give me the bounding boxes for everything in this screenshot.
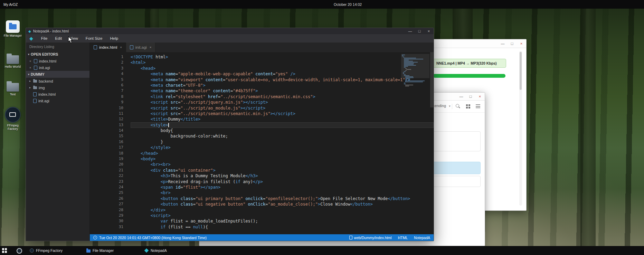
notepada-window[interactable]: ◆ NotepadA - index.html — □ × ◆ FileEdit… bbox=[26, 28, 434, 241]
line-number: 31 bbox=[90, 224, 123, 230]
code-line[interactable]: } bbox=[131, 139, 434, 145]
tree-item-backend[interactable]: ▸backend bbox=[26, 78, 89, 84]
folder-icon bbox=[3, 83, 23, 92]
code-line[interactable]: <script src="../script/ao_module.js"></s… bbox=[131, 105, 434, 111]
maximize-icon[interactable]: □ bbox=[417, 29, 422, 33]
minimap-line bbox=[402, 55, 405, 55]
line-number: 9 bbox=[90, 100, 123, 105]
minimize-icon[interactable]: — bbox=[408, 29, 412, 33]
tree-item-init-agi[interactable]: init.agi bbox=[26, 97, 89, 104]
scrollbar[interactable] bbox=[519, 51, 522, 206]
code-line[interactable]: <h3>This is a Dummy Testing Module</h3> bbox=[131, 173, 434, 179]
close-icon[interactable]: × bbox=[427, 29, 431, 33]
minimize-icon[interactable]: — bbox=[501, 42, 505, 46]
code-line[interactable]: <br><br> bbox=[131, 162, 434, 167]
tree-section-dummy[interactable]: ▾DUMMY bbox=[26, 71, 89, 78]
notepada-logo-icon: ◆ bbox=[28, 29, 31, 33]
tree-section-open-editors[interactable]: ▾OPEN EDITORS bbox=[26, 51, 89, 58]
maximize-icon[interactable]: □ bbox=[510, 42, 514, 46]
code-line[interactable]: <link rel="stylesheet" href="../script/s… bbox=[131, 94, 434, 100]
line-number: 2 bbox=[90, 60, 123, 65]
taskbar-item-notepada[interactable]: NotepadA bbox=[144, 246, 167, 255]
grid-view-icon[interactable] bbox=[466, 104, 470, 108]
editor-scrollbar[interactable] bbox=[430, 52, 434, 234]
close-editor-icon[interactable]: × bbox=[29, 59, 34, 63]
search-icon[interactable] bbox=[456, 104, 461, 109]
menu-edit[interactable]: Edit bbox=[51, 36, 66, 40]
code-line[interactable]: var flist = ao_module_loadInputFiles(); bbox=[131, 218, 434, 224]
maximize-icon[interactable]: □ bbox=[468, 95, 473, 98]
code-line[interactable]: <meta name="theme-color" content="#4b75f… bbox=[131, 88, 434, 94]
code-line[interactable]: <!DOCTYPE html> bbox=[131, 54, 434, 60]
tab-close-icon[interactable]: × bbox=[150, 46, 151, 49]
status-filepath-group[interactable]: web/Dummy/index.html bbox=[349, 236, 392, 240]
code-line[interactable]: <style> bbox=[131, 122, 434, 128]
code-line[interactable]: body{ bbox=[131, 128, 434, 133]
line-number: 26 bbox=[90, 196, 123, 201]
code-line[interactable]: <html> bbox=[131, 60, 434, 65]
close-icon[interactable]: × bbox=[519, 42, 523, 46]
taskbar-item-file-manager[interactable]: File Manager bbox=[86, 246, 114, 255]
code-editor[interactable]: 1234567891011121314151617181920212223242… bbox=[90, 52, 434, 234]
code-line[interactable]: <meta name="viewport" content="user-scal… bbox=[131, 77, 434, 83]
desktop-icon-file-manager[interactable]: File Manager bbox=[3, 20, 23, 37]
tree-item-index-html[interactable]: index.html bbox=[26, 91, 89, 97]
code-line[interactable]: <br> bbox=[131, 190, 434, 196]
scrollbar-thumb[interactable] bbox=[520, 52, 522, 90]
minimap-line bbox=[404, 60, 408, 60]
desktop-icon-test[interactable]: Test bbox=[3, 81, 23, 96]
code-line[interactable]: </head> bbox=[131, 151, 434, 156]
status-language[interactable]: HTML bbox=[398, 236, 408, 240]
tree-item-index-html[interactable]: ×index.html bbox=[26, 58, 89, 64]
tab-close-icon[interactable]: × bbox=[120, 46, 122, 49]
taskbar-item-ffmpeg-factory[interactable]: FFmpeg Factory bbox=[30, 246, 63, 255]
line-numbers: 1234567891011121314151617181920212223242… bbox=[90, 52, 128, 234]
app-square-icon bbox=[6, 20, 20, 33]
code-lines[interactable]: <!DOCTYPE html><html> <head> <meta name=… bbox=[128, 52, 434, 234]
code-line[interactable]: <meta name="apple-mobile-web-app-capable… bbox=[131, 71, 434, 77]
code-line[interactable]: <script src="../script/jquery.min.js"></… bbox=[131, 100, 434, 105]
code-line[interactable]: <script> bbox=[131, 213, 434, 218]
code-line[interactable]: <script src="../script/semantic/semantic… bbox=[131, 111, 434, 116]
code-line[interactable]: <body> bbox=[131, 156, 434, 162]
code-line[interactable]: </style> bbox=[131, 145, 434, 150]
menu-file[interactable]: File bbox=[37, 36, 51, 40]
code-line[interactable]: background-color:white; bbox=[131, 133, 434, 139]
line-number: 22 bbox=[90, 173, 123, 179]
minimap[interactable] bbox=[402, 54, 429, 87]
close-editor-icon[interactable]: × bbox=[29, 66, 34, 69]
line-number: 1 bbox=[90, 54, 123, 60]
line-number: 23 bbox=[90, 179, 123, 185]
code-line[interactable]: <div class="ui container"> bbox=[131, 168, 434, 173]
file-icon bbox=[33, 92, 37, 96]
code-line[interactable]: <head> bbox=[131, 66, 434, 71]
aroz-brand[interactable]: My ArOZ bbox=[3, 2, 18, 7]
desktop-icon-ffmpeg-factory[interactable]: FFmpeg Factory bbox=[3, 107, 23, 131]
sidebar: Directory Listing ▾OPEN EDITORS×index.ht… bbox=[26, 42, 90, 241]
notepada-titlebar[interactable]: ◆ NotepadA - index.html — □ × bbox=[26, 28, 434, 34]
close-icon[interactable]: × bbox=[478, 95, 482, 98]
minimize-icon[interactable]: — bbox=[459, 95, 463, 98]
chevron-right-icon: ▸ bbox=[29, 86, 33, 89]
code-line[interactable]: <button class="ui negative button" onCli… bbox=[131, 201, 434, 207]
tab-index-html[interactable]: index.html× bbox=[90, 42, 126, 52]
list-view-icon[interactable] bbox=[476, 104, 480, 108]
code-line[interactable]: if (flist == null){ bbox=[131, 224, 434, 230]
tree-item-img[interactable]: ▸img bbox=[26, 84, 89, 91]
code-line[interactable]: <span id="flist"></span> bbox=[131, 185, 434, 190]
code-line[interactable]: <p>Received drag-in filelist (if any)</p… bbox=[131, 179, 434, 185]
code-line[interactable]: </div> bbox=[131, 207, 434, 213]
code-line[interactable]: <button class="ui primary button" onclic… bbox=[131, 196, 434, 201]
tab-init-agi[interactable]: init.agi× bbox=[126, 42, 156, 52]
menu-font-size[interactable]: Font Size bbox=[82, 36, 106, 40]
minimap-line bbox=[405, 68, 407, 69]
file-tree: ▾OPEN EDITORS×index.html×init.agi▾DUMMY▸… bbox=[26, 51, 89, 104]
tree-item-init-agi[interactable]: ×init.agi bbox=[26, 64, 89, 71]
launcher-icon[interactable] bbox=[17, 248, 22, 254]
start-menu-icon[interactable] bbox=[2, 248, 7, 253]
code-line[interactable]: <title>Dummy</title> bbox=[131, 116, 434, 122]
menu-help[interactable]: Help bbox=[106, 36, 122, 40]
desktop-icon-hello-world[interactable]: Hello World bbox=[3, 54, 23, 68]
minimap-line bbox=[402, 56, 403, 56]
code-line[interactable]: <meta charset="UTF-8"> bbox=[131, 83, 434, 88]
